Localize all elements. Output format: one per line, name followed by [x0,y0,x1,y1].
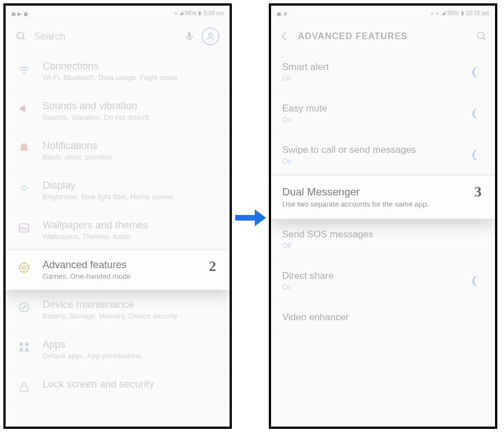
advanced-features-screen: ◼ ★ ⟡ ⟡ ◢ 89% ▮ 10:16 am ADVANCED FEATUR… [269,3,497,429]
svg-rect-19 [235,215,255,221]
status-icons-left: ◼ ▶ ◼ · [11,11,31,17]
item-sub: Off [282,242,484,250]
svg-point-21 [478,32,484,39]
step-number: 2 [209,258,216,275]
gear-icon [16,259,32,276]
item-advanced-features[interactable]: Advanced features Games, One-handed mode… [6,250,230,290]
item-connections[interactable]: Connections Wi-Fi, Bluetooth, Data usage… [6,52,230,91]
features-list: Smart alert On Easy mute On Swipe to cal… [271,52,495,334]
item-wallpapers[interactable]: Wallpapers and themes Wallpapers, Themes… [6,211,230,250]
item-sub: Block, allow, prioritise [43,153,220,161]
step-number: 3 [474,184,482,200]
svg-rect-14 [20,343,23,346]
bell-icon [16,140,32,157]
item-sounds[interactable]: Sounds and vibration Sounds, Vibration, … [6,91,230,131]
settings-screen: ◼ ▶ ◼ · ⟡ ◢ 96% ▮ 5:09 am Search Connect… [3,3,232,429]
svg-rect-15 [25,343,29,346]
lock-icon [16,378,32,395]
search-icon [16,31,27,42]
svg-line-22 [483,38,486,40]
item-sub: On [282,116,469,124]
item-smart-alert[interactable]: Smart alert On [271,52,495,93]
arrow-icon [235,209,266,226]
item-sos[interactable]: Send SOS messages Off [271,219,495,260]
mic-icon[interactable] [184,31,195,42]
item-title: Send SOS messages [282,229,484,240]
search-input[interactable]: Search [34,31,177,43]
search-row[interactable]: Search [6,21,230,52]
item-sub: On [282,157,469,165]
item-dual-messenger[interactable]: Dual Messenger Use two separate accounts… [271,176,495,219]
item-sub: Brightness, Blue light filter, Home scre… [43,193,220,201]
item-display[interactable]: Display Brightness, Blue light filter, H… [6,171,230,211]
svg-point-4 [209,33,212,36]
toggle-on-icon[interactable] [469,274,484,288]
item-title: Video enhancer [282,312,484,323]
item-easy-mute[interactable]: Easy mute On [271,93,495,134]
item-sub: Use two separate accounts for the same a… [282,200,484,208]
svg-point-6 [22,186,26,190]
toggle-on-icon[interactable] [469,65,484,79]
status-bar: ◼ ★ ⟡ ⟡ ◢ 89% ▮ 10:16 am [271,6,495,21]
item-title: Notifications [43,140,220,152]
picture-icon [16,219,32,236]
item-title: Swipe to call or send messages [282,144,469,156]
item-sub: On [282,283,469,291]
item-title: Wallpapers and themes [43,219,220,231]
svg-line-1 [23,38,25,40]
item-title: Dual Messenger [282,186,484,198]
item-sub: Default apps, App permissions [43,352,220,360]
item-title: Advanced features [43,259,220,271]
item-maintenance[interactable]: Device maintenance Battery, Storage, Mem… [6,290,230,330]
svg-rect-18 [21,386,28,391]
svg-point-5 [24,72,25,73]
item-swipe-call[interactable]: Swipe to call or send messages On [271,134,495,176]
grid-icon [16,339,32,356]
item-title: Apps [43,339,220,350]
search-icon[interactable] [476,31,487,42]
item-sub: Sounds, Vibration, Do not disturb [43,113,220,121]
item-lockscreen[interactable]: Lock screen and security [6,369,230,405]
avatar-icon[interactable] [202,27,220,45]
item-title: Smart alert [282,62,469,73]
item-title: Connections [43,60,220,72]
status-icons-right: ⟡ ◢ 96% ▮ 5:09 am [174,10,224,17]
back-icon[interactable] [279,31,290,42]
item-notifications[interactable]: Notifications Block, allow, prioritise [6,131,230,171]
page-title: ADVANCED FEATURES [298,31,468,41]
item-title: Lock screen and security [43,378,220,390]
item-title: Device maintenance [43,299,220,311]
status-icons-left: ◼ ★ [277,11,288,17]
item-sub: Wi-Fi, Bluetooth, Data usage, Flight mod… [43,73,220,82]
svg-rect-2 [188,32,191,38]
item-direct-share[interactable]: Direct share On [271,260,495,302]
toggle-on-icon[interactable] [469,106,484,121]
toggle-on-icon[interactable] [469,148,484,162]
settings-list: Connections Wi-Fi, Bluetooth, Data usage… [6,52,230,405]
status-icons-right: ⟡ ⟡ ◢ 89% ▮ 10:16 am [430,10,489,17]
signal-icon [16,60,32,77]
volume-icon [16,100,32,117]
item-sub: Wallpapers, Themes, Icons [43,232,220,241]
item-title: Sounds and vibration [43,100,220,112]
health-icon [16,299,32,316]
header: ADVANCED FEATURES [271,21,495,52]
item-sub: On [282,74,469,82]
item-title: Easy mute [282,103,469,114]
item-title: Direct share [282,270,469,282]
item-video-enhancer[interactable]: Video enhancer [271,302,495,334]
svg-rect-17 [25,348,29,352]
svg-point-0 [17,32,24,39]
svg-point-12 [22,266,26,269]
sun-icon [16,180,32,197]
item-apps[interactable]: Apps Default apps, App permissions [6,330,230,369]
svg-rect-16 [20,348,23,352]
item-title: Display [43,180,220,191]
status-bar: ◼ ▶ ◼ · ⟡ ◢ 96% ▮ 5:09 am [6,6,230,21]
svg-marker-20 [255,209,266,226]
item-sub: Games, One-handed mode [43,272,220,280]
item-sub: Battery, Storage, Memory, Device securit… [43,312,220,320]
